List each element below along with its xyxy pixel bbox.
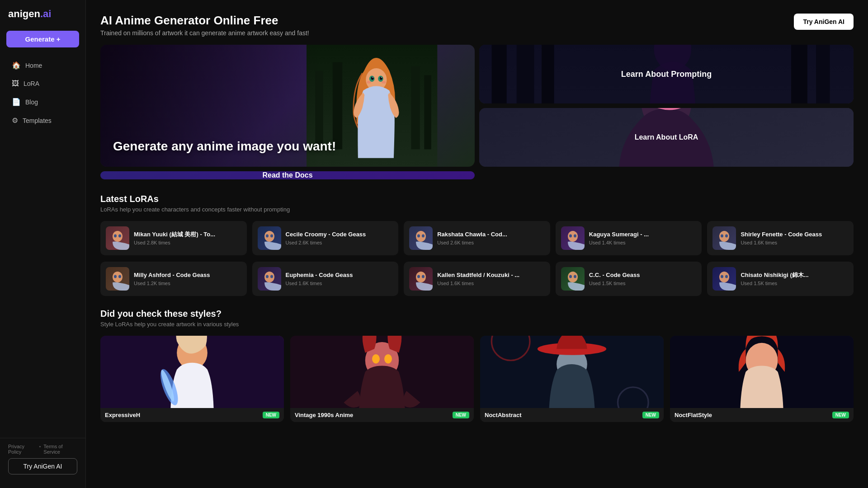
terms-link[interactable]: Terms of Service — [43, 444, 77, 455]
lora-card-2[interactable]: Rakshata Chawla - Cod...Used 2.6K times — [404, 221, 550, 255]
svg-point-36 — [574, 235, 576, 238]
lora-used-0: Used 2.8K times — [134, 240, 241, 245]
hero-learn-lora-text: Learn About LoRA — [635, 133, 698, 141]
svg-point-38 — [721, 235, 723, 238]
svg-point-47 — [417, 275, 420, 278]
lora-used-4: Used 1.6K times — [741, 240, 848, 245]
lora-card-1[interactable]: Cecile Croomy - Code GeassUsed 2.6K time… — [252, 221, 399, 255]
lora-name-5: Milly Ashford - Code Geass — [134, 272, 241, 279]
lora-thumb-3 — [561, 226, 585, 250]
style-card-1[interactable]: Vintage 1990s AnimeNEW — [290, 336, 474, 422]
lora-used-5: Used 1.2K times — [134, 281, 241, 286]
style-label-row-0: ExpressiveHNEW — [100, 408, 284, 422]
sidebar-item-templates-label: Templates — [23, 117, 52, 124]
lora-card-6[interactable]: Euphemia - Code GeassUsed 1.6K times — [252, 262, 399, 296]
lora-info-7: Kallen Stadtfeld / Kouzuki - ...Used 1.6… — [437, 272, 545, 286]
svg-point-33 — [422, 235, 425, 238]
lora-card-9[interactable]: Chisato Nishikigi (錦木...Used 1.5K times — [707, 262, 854, 296]
lora-card-3[interactable]: Kaguya Sumeragi - ...Used 1.4K times — [556, 221, 702, 255]
sidebar-item-lora-label: LoRA — [24, 80, 39, 87]
latest-loras-section: Latest LoRAs LoRAs help you create chara… — [100, 194, 854, 296]
svg-point-39 — [725, 235, 728, 238]
lora-card-7[interactable]: Kallen Stadtfeld / Kouzuki - ...Used 1.6… — [404, 262, 550, 296]
style-label-row-1: Vintage 1990s AnimeNEW — [290, 408, 474, 422]
lora-info-0: Mikan Yuuki (結城 美柑) - To...Used 2.8K tim… — [134, 231, 241, 245]
svg-point-63 — [384, 354, 392, 363]
lora-thumb-4 — [712, 226, 736, 250]
svg-point-44 — [266, 275, 269, 278]
svg-point-32 — [417, 235, 420, 238]
sidebar-item-lora[interactable]: 🖼 LoRA — [4, 75, 82, 92]
privacy-policy-link[interactable]: Privacy Policy — [8, 444, 36, 455]
styles-subtitle: Style LoRAs help you create artwork in v… — [100, 321, 854, 328]
lora-card-8[interactable]: C.C. - Code GeassUsed 1.5K times — [556, 262, 702, 296]
style-label-row-2: NoctAbstractNEW — [480, 408, 664, 422]
lora-thumb-1 — [258, 226, 281, 250]
lora-name-7: Kallen Stadtfeld / Kouzuki - ... — [437, 272, 545, 279]
lora-info-1: Cecile Croomy - Code GeassUsed 2.6K time… — [286, 231, 393, 245]
footer-links: Privacy Policy • Terms of Service — [8, 444, 77, 455]
hero-learn-prompting-text: Learn About Prompting — [621, 70, 712, 79]
page-subtitle: Trained on millions of artwork it can ge… — [100, 29, 309, 37]
style-card-2[interactable]: NoctAbstractNEW — [480, 336, 664, 422]
hero-main-card[interactable]: Generate any anime image you want! — [100, 45, 475, 167]
sidebar-item-home-label: Home — [25, 62, 42, 69]
page-header: AI Anime Generator Online Free Trained o… — [100, 14, 854, 37]
lora-card-4[interactable]: Shirley Fenette - Code GeassUsed 1.6K ti… — [707, 221, 854, 255]
templates-icon: ⚙ — [12, 116, 18, 125]
sidebar-item-home[interactable]: 🏠 Home — [4, 56, 82, 74]
lora-thumb-0 — [106, 226, 129, 250]
new-badge-0: NEW — [263, 412, 279, 418]
generate-button[interactable]: Generate + — [6, 31, 79, 47]
style-name-3: NoctFlatStyle — [675, 412, 712, 418]
sidebar-item-templates[interactable]: ⚙ Templates — [4, 112, 82, 129]
svg-point-29 — [266, 235, 269, 238]
svg-rect-19 — [542, 45, 554, 103]
lora-name-2: Rakshata Chawla - Cod... — [437, 231, 545, 239]
style-name-0: ExpressiveH — [105, 412, 140, 418]
lora-thumb-7 — [409, 267, 433, 291]
hero-learn-lora-card[interactable]: Learn About LoRA — [479, 108, 854, 167]
hero-read-docs-text: Read the Docs — [262, 171, 312, 179]
lora-used-9: Used 1.5K times — [741, 281, 848, 286]
hero-read-docs-card[interactable]: Read the Docs — [100, 171, 475, 179]
lora-name-3: Kaguya Sumeragi - ... — [589, 231, 697, 239]
lora-used-6: Used 1.6K times — [286, 281, 393, 286]
hero-learn-prompting-card[interactable]: Learn About Prompting — [479, 45, 854, 103]
style-card-0[interactable]: ExpressiveHNEW — [100, 336, 284, 422]
lora-used-2: Used 2.6K times — [437, 240, 545, 245]
style-thumb-1 — [290, 336, 474, 408]
style-name-2: NoctAbstract — [485, 412, 522, 418]
sidebar: anigen.ai Generate + 🏠 Home 🖼 LoRA 📄 Blo… — [0, 0, 86, 488]
blog-icon: 📄 — [12, 98, 21, 106]
svg-point-45 — [270, 275, 273, 278]
svg-rect-20 — [791, 45, 807, 103]
lora-name-8: C.C. - Code Geass — [589, 272, 697, 279]
sidebar-footer: Privacy Policy • Terms of Service Try An… — [0, 438, 85, 480]
footer-separator: • — [39, 444, 41, 455]
hero-main-text: Generate any anime image you want! — [113, 139, 336, 154]
try-anigen-sidebar-button[interactable]: Try AniGen AI — [8, 458, 77, 474]
lora-thumb-2 — [409, 226, 433, 250]
new-badge-3: NEW — [832, 412, 849, 418]
lora-card-0[interactable]: Mikan Yuuki (結城 美柑) - To...Used 2.8K tim… — [100, 221, 247, 255]
latest-loras-subtitle: LoRAs help you create characters and con… — [100, 206, 854, 213]
lora-card-5[interactable]: Milly Ashford - Code GeassUsed 1.2K time… — [100, 262, 247, 296]
lora-name-9: Chisato Nishikigi (錦木... — [741, 272, 848, 279]
lora-info-4: Shirley Fenette - Code GeassUsed 1.6K ti… — [741, 231, 848, 245]
page-title: AI Anime Generator Online Free — [100, 14, 309, 28]
svg-point-51 — [574, 275, 576, 278]
svg-point-53 — [721, 275, 723, 278]
hero-grid: Generate any anime image you want! — [100, 45, 854, 179]
style-label-row-3: NoctFlatStyleNEW — [670, 408, 854, 422]
nav-items: 🏠 Home 🖼 LoRA 📄 Blog ⚙ Templates — [0, 56, 85, 438]
svg-point-42 — [118, 275, 121, 278]
svg-rect-21 — [816, 45, 830, 103]
try-anigen-header-button[interactable]: Try AniGen AI — [794, 14, 854, 30]
lora-info-9: Chisato Nishikigi (錦木...Used 1.5K times — [741, 272, 848, 286]
sidebar-item-blog[interactable]: 📄 Blog — [4, 93, 82, 111]
lora-used-7: Used 1.6K times — [437, 281, 545, 286]
style-card-3[interactable]: NoctFlatStyleNEW — [670, 336, 854, 422]
lora-used-3: Used 1.4K times — [589, 240, 697, 245]
sidebar-item-blog-label: Blog — [25, 99, 38, 106]
